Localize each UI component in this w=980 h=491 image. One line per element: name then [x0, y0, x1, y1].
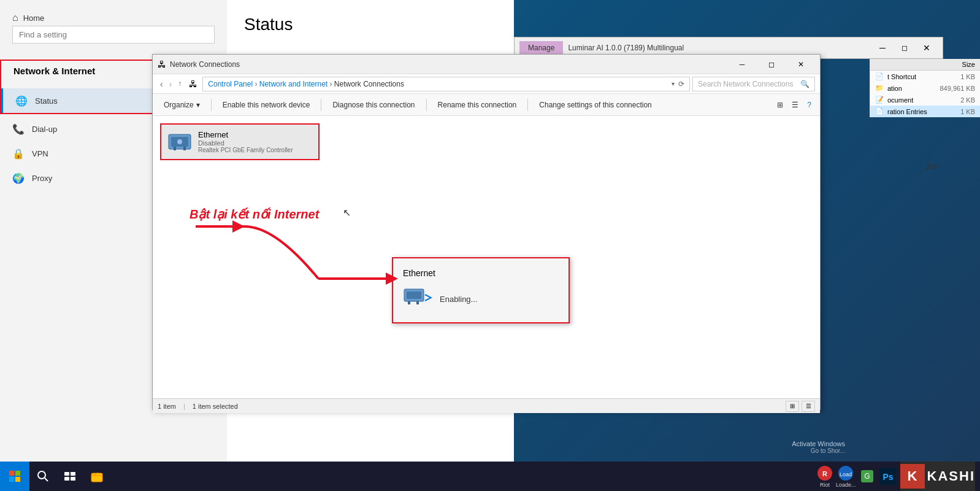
proxy-icon: 🌍	[12, 172, 25, 184]
window-close-btn[interactable]: ✕	[787, 55, 815, 74]
toolbar-sep-2	[321, 99, 321, 111]
diagnose-btn[interactable]: Diagnose this connection	[326, 96, 421, 114]
vpn-label: VPN	[32, 149, 48, 158]
svg-marker-25	[232, 220, 245, 233]
ethernet-adapter-icon	[167, 130, 192, 154]
statusbar-selected: 1 item selected	[193, 403, 238, 410]
svg-rect-20	[183, 147, 186, 150]
adapter-driver: Realtek PCI GbE Family Controller	[198, 147, 312, 153]
file-explorer-panel: Size 📄 t Shortcut 1 KB 📁 ation 849,961 K…	[870, 59, 980, 117]
taskbar-loader-icon[interactable]: Load Loade...	[836, 465, 856, 488]
svg-rect-19	[174, 147, 176, 150]
view-list-btn[interactable]: ⊞	[773, 96, 787, 114]
luminar-maximize-btn[interactable]: ◻	[894, 38, 916, 58]
enabling-dialog-body: Enabling...	[403, 285, 559, 312]
taskbar-search[interactable]	[29, 462, 56, 491]
address-bar: ‹ › ↑ 🖧 Control Panel › Network and Inte…	[153, 74, 820, 94]
status-nav-icon: 🌐	[15, 95, 28, 107]
taskbar-right: R Riot Load Loade... G	[816, 462, 980, 491]
proxy-label: Proxy	[32, 174, 52, 183]
annotation-label: Bật lại kết nối Internet	[189, 207, 319, 221]
enabling-dialog-title: Ethernet	[403, 268, 559, 278]
file-name-document: ocument	[887, 96, 913, 104]
toolbar-sep-1	[211, 99, 212, 111]
file-item-document[interactable]: 📝 ocument 2 KB	[870, 94, 980, 106]
settings-nav-home[interactable]: ⌂ Home	[12, 12, 215, 23]
luminar-manage-btn[interactable]: Manage	[519, 41, 563, 55]
file-icon-entries: 📄	[875, 107, 884, 115]
svg-rect-31	[15, 471, 20, 476]
svg-rect-38	[64, 477, 69, 481]
enable-network-device-btn[interactable]: Enable this network device	[216, 96, 316, 114]
ethernet-adapter[interactable]: Ethernet Disabled Realtek PCI GbE Family…	[160, 123, 320, 160]
taskbar-ps-icon[interactable]: Ps	[878, 466, 898, 486]
up-icon[interactable]: ↑	[175, 79, 184, 89]
statusbar-view-list-btn[interactable]: ⊞	[786, 401, 799, 412]
home-label: Home	[23, 14, 45, 23]
luminar-close-btn[interactable]: ✕	[916, 38, 938, 58]
start-button[interactable]	[0, 462, 29, 491]
file-item-shortcut[interactable]: 📄 t Shortcut 1 KB	[870, 71, 980, 82]
window-title-icon: 🖧	[158, 60, 166, 69]
adapter-status: Disabled	[198, 139, 312, 147]
file-name-entries: ration Entries	[887, 108, 927, 115]
address-drive-icon: 🖧	[189, 79, 197, 89]
luminar-minimize-btn[interactable]: ─	[871, 38, 894, 58]
taskbar-file-explorer[interactable]	[83, 462, 110, 491]
address-path-text: Control Panel › Network and Internet › N…	[208, 80, 404, 88]
activate-text: Activate Windows	[792, 440, 845, 447]
toolbar-sep-3	[426, 99, 427, 111]
vpn-icon: 🔒	[12, 147, 25, 160]
settings-header: ⌂ Home	[0, 0, 227, 60]
organize-btn[interactable]: Organize ▾	[158, 96, 206, 114]
network-connections-window: 🖧 Network Connections ─ ◻ ✕ ‹ › ↑ 🖧 Cont…	[152, 54, 821, 410]
dialup-label: Dial-up	[32, 125, 57, 134]
address-refresh-icon[interactable]: ⟳	[678, 80, 684, 88]
taskbar: R Riot Load Loade... G	[0, 462, 980, 491]
svg-rect-29	[416, 301, 419, 304]
file-size-entries: 1 KB	[960, 108, 975, 115]
toolbar-sep-4	[527, 99, 528, 111]
settings-search-input[interactable]	[12, 26, 215, 44]
view-details-btn[interactable]: ☰	[788, 96, 802, 114]
file-item-entries[interactable]: 📄 ration Entries 1 KB	[870, 106, 980, 117]
view-buttons: ⊞ ☰ ?	[773, 96, 815, 114]
address-path[interactable]: Control Panel › Network and Internet › N…	[202, 77, 690, 91]
diagnose-label: Diagnose this connection	[332, 101, 415, 109]
cursor: ↖	[343, 207, 351, 218]
nav-arrows: ‹ › ↑	[158, 79, 184, 89]
file-icon-shortcut: 📄	[875, 72, 884, 80]
activate-sub: Go to Shor...	[792, 447, 845, 454]
rename-btn[interactable]: Rename this connection	[432, 96, 523, 114]
svg-rect-30	[9, 471, 14, 476]
taskbar-green-icon[interactable]: G	[859, 468, 876, 485]
back-icon[interactable]: ‹	[158, 79, 166, 89]
file-item-ation[interactable]: 📁 ation 849,961 KB	[870, 82, 980, 94]
annotation-text: Bật lại kết nối Internet	[189, 207, 319, 222]
taskbar-riot-icon[interactable]: R Riot	[816, 465, 833, 488]
window-minimize-btn[interactable]: ─	[728, 55, 756, 74]
svg-point-21	[177, 139, 182, 144]
enabling-status-text: Enabling...	[440, 295, 477, 304]
forward-icon[interactable]: ›	[167, 79, 175, 89]
luminar-title: Luminar AI 1.0.0 (7189) Multilingual	[568, 44, 871, 52]
svg-rect-36	[64, 472, 69, 476]
search-box[interactable]: Search Network Connections 🔍	[692, 77, 815, 91]
change-settings-btn[interactable]: Change settings of this connection	[533, 96, 657, 114]
help-btn[interactable]: ?	[803, 96, 815, 114]
window-maximize-btn[interactable]: ◻	[757, 55, 786, 74]
taskbar-task-view[interactable]	[56, 462, 83, 491]
enabling-dialog: Ethernet Enabling...	[392, 257, 570, 323]
window-titlebar: 🖧 Network Connections ─ ◻ ✕	[153, 55, 820, 74]
k-icon: K	[900, 464, 925, 489]
kashi-badge[interactable]: K KASHI	[900, 462, 975, 491]
adapter-info: Ethernet Disabled Realtek PCI GbE Family…	[198, 130, 312, 153]
status-page-title: Status	[244, 15, 497, 34]
statusbar-view-details-btn[interactable]: ☰	[802, 401, 815, 412]
svg-text:R: R	[822, 470, 827, 477]
window-title-text: Network Connections	[170, 60, 728, 69]
address-dropdown-icon[interactable]: ▾	[672, 80, 675, 87]
svg-rect-27	[407, 292, 421, 299]
window-content: Ethernet Disabled Realtek PCI GbE Family…	[153, 116, 820, 398]
file-name-shortcut: t Shortcut	[887, 73, 916, 80]
